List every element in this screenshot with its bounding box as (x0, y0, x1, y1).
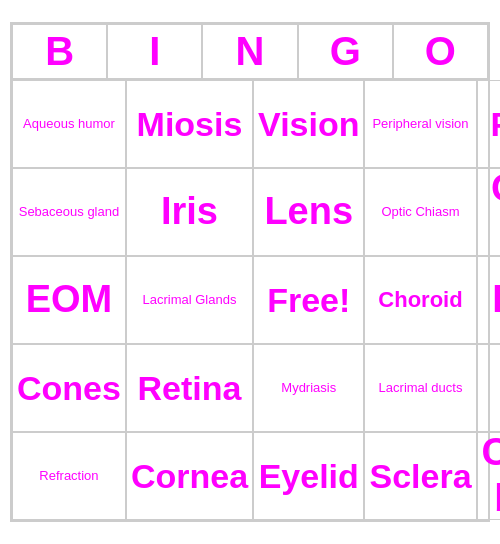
bingo-cell: Iris (126, 168, 253, 256)
cell-text: Aqueous humor (23, 116, 115, 132)
bingo-cell: Optic Chiasm (364, 168, 476, 256)
bingo-cell: Free! (253, 256, 364, 344)
bingo-cell: Fovea (477, 80, 500, 168)
bingo-cell: Ciliary body (477, 432, 500, 520)
header-letter: I (107, 24, 202, 79)
bingo-cell: Sclera (364, 432, 476, 520)
cell-text: Sclera (369, 456, 471, 497)
bingo-cell: EOM (12, 256, 126, 344)
cell-text: Cones (17, 368, 121, 409)
bingo-card: BINGO Aqueous humorMiosisVisionPeriphera… (10, 22, 490, 522)
cell-text: Sebaceous gland (19, 204, 119, 220)
cell-text: Cornea (131, 456, 248, 497)
bingo-cell: Cornea (126, 432, 253, 520)
bingo-cell: Rods (477, 256, 500, 344)
bingo-cell: Sebaceous gland (12, 168, 126, 256)
bingo-cell: Lens (253, 168, 364, 256)
cell-text: Refraction (39, 468, 98, 484)
cell-text: Retina (138, 368, 242, 409)
bingo-cell: Lacrimal Glands (126, 256, 253, 344)
cell-text: Lacrimal Glands (143, 292, 237, 308)
cell-text: Lens (264, 189, 353, 235)
cell-text: Miosis (137, 104, 243, 145)
bingo-cell: Vision (253, 80, 364, 168)
cell-text: Peripheral vision (372, 116, 468, 132)
bingo-cell: Miosis (126, 80, 253, 168)
cell-text: Iris (161, 189, 218, 235)
cell-text: Vision (258, 104, 359, 145)
bingo-cell: Retina (126, 344, 253, 432)
bingo-cell: Refraction (12, 432, 126, 520)
bingo-cell: Lacrimal ducts (364, 344, 476, 432)
header-letter: B (12, 24, 107, 79)
cell-text: Ciliary body (482, 430, 500, 521)
cell-text: Optic disk (482, 166, 500, 257)
bingo-cell: Cones (12, 344, 126, 432)
cell-text: Free! (267, 280, 350, 321)
cell-text: Mydriasis (281, 380, 336, 396)
header-letter: O (393, 24, 488, 79)
cell-text: Optic Chiasm (382, 204, 460, 220)
cell-text: Fovea (491, 104, 500, 145)
bingo-cell: Mydriasis (253, 344, 364, 432)
header-letter: N (202, 24, 297, 79)
cell-text: Lacrimal ducts (379, 380, 463, 396)
bingo-cell: Peripheral vision (364, 80, 476, 168)
bingo-cell: Optic disk (477, 168, 500, 256)
bingo-cell: Aqueous humor (12, 80, 126, 168)
bingo-header: BINGO (12, 24, 488, 79)
header-letter: G (298, 24, 393, 79)
bingo-cell: Eyelid (253, 432, 364, 520)
cell-text: Choroid (378, 287, 462, 313)
cell-text: Eyelid (259, 456, 359, 497)
bingo-cell: Optomology (477, 344, 500, 432)
cell-text: Rods (492, 277, 500, 323)
bingo-cell: Choroid (364, 256, 476, 344)
bingo-grid: Aqueous humorMiosisVisionPeripheral visi… (12, 79, 488, 520)
cell-text: EOM (26, 277, 113, 323)
